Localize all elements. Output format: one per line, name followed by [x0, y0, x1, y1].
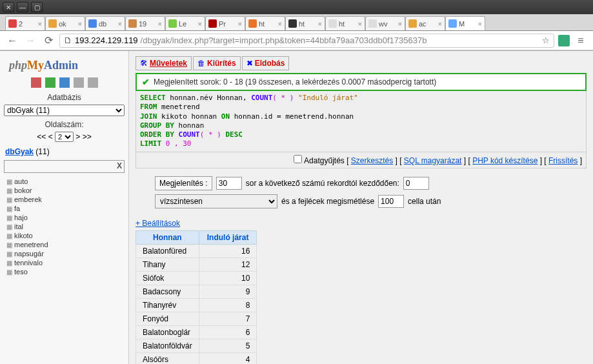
- table-row: Fonyód7: [136, 312, 257, 325]
- browser-tab[interactable]: 2×: [5, 16, 45, 30]
- reload-button[interactable]: ⟳: [41, 34, 55, 48]
- sql-display: SELECT honnan.név Honnan, COUNT( * ) "In…: [136, 91, 587, 152]
- window-maximize[interactable]: ▢: [31, 2, 43, 12]
- reload-icon[interactable]: [88, 77, 98, 88]
- trash-icon: 🗑: [197, 59, 205, 68]
- pma-icon: [448, 19, 457, 28]
- table-item[interactable]: menetrend: [6, 240, 125, 249]
- rows-count-input[interactable]: [216, 177, 242, 190]
- sidebar: phpMyAdmin Adatbázis dbGyak (11) Oldalsz…: [0, 51, 129, 364]
- sql-icon[interactable]: [59, 77, 70, 88]
- close-icon[interactable]: ×: [358, 20, 362, 28]
- close-icon[interactable]: ×: [278, 20, 282, 28]
- cell-honnan: Balatonfüred: [136, 244, 199, 258]
- phpcode-link[interactable]: PHP kód készítése: [472, 156, 538, 165]
- browser-tab[interactable]: ht×: [245, 16, 285, 30]
- table-item[interactable]: emberek: [6, 195, 125, 204]
- back-button[interactable]: ←: [5, 34, 19, 48]
- table-row: Balatonboglár6: [136, 325, 257, 339]
- profiling-checkbox[interactable]: [294, 155, 302, 163]
- browser-tab[interactable]: M×: [445, 16, 485, 30]
- table-row: Siófok10: [136, 271, 257, 285]
- bu-icon: [208, 19, 217, 28]
- cell-honnan: Badacsony: [136, 285, 199, 298]
- gmail-icon: [8, 19, 17, 28]
- close-icon[interactable]: ×: [438, 20, 442, 28]
- sql-actions: Adatgyűjtés [ Szerkesztés ] [ SQL magyar…: [136, 152, 587, 168]
- close-icon[interactable]: ×: [398, 20, 402, 28]
- file-icon: [328, 19, 337, 28]
- docs-icon[interactable]: [74, 77, 84, 88]
- show-button[interactable]: Megjelenítés :: [155, 176, 212, 190]
- browser-tab[interactable]: ok×: [45, 16, 85, 30]
- main-panel: 🛠Műveletek 🗑Kiürítés ✖Eldobás Megjelenít…: [129, 51, 593, 364]
- table-item[interactable]: hajo: [6, 213, 125, 222]
- browser-tab[interactable]: ht×: [325, 16, 365, 30]
- browser-tab[interactable]: db×: [85, 16, 125, 30]
- browser-toolbar: ← → ⟳ 🗋 193.224.129.119/dbgyak/index.php…: [0, 31, 593, 50]
- edit-link[interactable]: Szerkesztés: [351, 156, 393, 165]
- database-select[interactable]: dbGyak (11): [4, 105, 125, 116]
- close-icon[interactable]: ×: [318, 20, 322, 28]
- browser-tab[interactable]: ht×: [285, 16, 325, 30]
- browser-tab[interactable]: ac×: [405, 16, 445, 30]
- browser-tab[interactable]: Pr×: [205, 16, 245, 30]
- close-icon[interactable]: ×: [38, 20, 42, 28]
- cell-count: 5: [199, 339, 257, 352]
- cell-count: 6: [199, 325, 257, 339]
- logout-icon[interactable]: [45, 77, 55, 88]
- close-icon[interactable]: ×: [118, 20, 122, 28]
- browser-tab[interactable]: wv×: [365, 16, 405, 30]
- pager-next[interactable]: > >>: [75, 132, 91, 141]
- repeat-headers-input[interactable]: [378, 195, 404, 208]
- column-header[interactable]: Honnan: [136, 230, 199, 244]
- url-host: 193.224.129.119: [75, 35, 138, 45]
- close-icon[interactable]: ×: [78, 20, 82, 28]
- success-alert: Megjelenített sorok: 0 - 18 (19 összesen…: [136, 73, 587, 91]
- forward-button[interactable]: →: [23, 34, 37, 48]
- table-item[interactable]: fa: [6, 204, 125, 213]
- display-mode-select[interactable]: vízszintesen: [155, 194, 277, 208]
- column-header[interactable]: Induló járat: [199, 230, 257, 244]
- explain-link[interactable]: SQL magyarázat: [404, 156, 462, 165]
- cell-count: 10: [199, 271, 257, 285]
- drive-icon: [408, 19, 417, 28]
- table-item[interactable]: tennivalo: [6, 258, 125, 267]
- table-item[interactable]: auto: [6, 177, 125, 186]
- address-bar[interactable]: 🗋 193.224.129.119/dbgyak/index.php?targe…: [59, 34, 554, 48]
- star-icon[interactable]: ☆: [542, 35, 550, 45]
- browser-tab[interactable]: Le×: [165, 16, 205, 30]
- results-table: Honnan Induló járat Balatonfüred16Tihany…: [136, 230, 257, 364]
- table-item[interactable]: bokor: [6, 186, 125, 195]
- database-link[interactable]: dbGyak: [5, 147, 34, 156]
- home-icon[interactable]: [31, 77, 41, 88]
- table-row: Badacsony9: [136, 285, 257, 298]
- tab-operations[interactable]: 🛠Műveletek: [136, 56, 192, 70]
- table-item[interactable]: ital: [6, 222, 125, 231]
- close-icon[interactable]: ×: [158, 20, 162, 28]
- start-row-input[interactable]: [403, 177, 429, 190]
- drive-icon: [48, 19, 57, 28]
- table-item[interactable]: teso: [6, 267, 125, 276]
- pager-select[interactable]: 2: [55, 132, 74, 142]
- tab-drop[interactable]: ✖Eldobás: [242, 56, 290, 70]
- refresh-link[interactable]: Frissítés: [548, 156, 578, 165]
- clear-icon[interactable]: X: [117, 161, 122, 170]
- tab-empty[interactable]: 🗑Kiürítés: [193, 56, 241, 70]
- close-icon[interactable]: ×: [198, 20, 202, 28]
- extension-icon[interactable]: [558, 35, 570, 46]
- window-close[interactable]: ✕: [3, 2, 14, 12]
- table-item[interactable]: kikoto: [6, 231, 125, 240]
- settings-toggle[interactable]: + Beállítások: [136, 219, 180, 228]
- browser-tabstrip: 2× ok× db× 19× Le× Pr× ht× ht× ht× wv× a…: [0, 14, 593, 31]
- table-filter-input[interactable]: X: [4, 160, 125, 173]
- pager-prev[interactable]: << <: [37, 132, 52, 141]
- browser-tab[interactable]: 19×: [125, 16, 165, 30]
- page-content: phpMyAdmin Adatbázis dbGyak (11) Oldalsz…: [0, 50, 593, 364]
- menu-button[interactable]: ≡: [574, 34, 588, 48]
- cell-honnan: Tihany: [136, 258, 199, 271]
- close-icon[interactable]: ×: [478, 20, 482, 28]
- window-minimize[interactable]: —: [17, 2, 28, 12]
- table-item[interactable]: napsugár: [6, 249, 125, 258]
- close-icon[interactable]: ×: [238, 20, 242, 28]
